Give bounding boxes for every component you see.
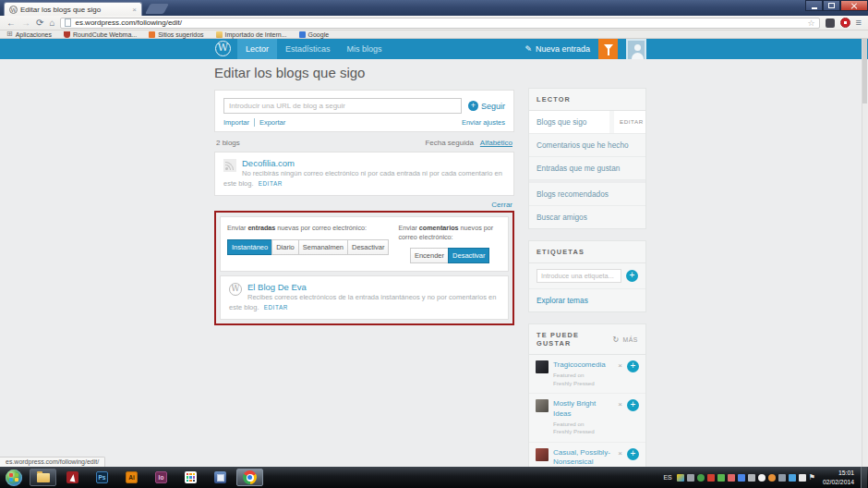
nav-estadisticas[interactable]: Estadísticas bbox=[277, 39, 339, 59]
sidebar-item-blogs-recomendados[interactable]: Blogs recomendados bbox=[529, 180, 645, 206]
taskbar-acrobat-button[interactable] bbox=[59, 469, 86, 486]
blog-edit-link[interactable]: EDITAR bbox=[259, 180, 283, 187]
tag-input[interactable] bbox=[536, 269, 621, 283]
back-button[interactable]: ← bbox=[6, 18, 16, 28]
bookmark-roundcube[interactable]: RoundCube Webma... bbox=[64, 31, 137, 38]
option-semanalmente-button[interactable]: Semanalmen bbox=[298, 239, 348, 255]
taskbar-photoshop-button[interactable]: Ps bbox=[89, 469, 115, 486]
tray-icon[interactable] bbox=[758, 474, 766, 482]
home-button[interactable]: ⌂ bbox=[49, 18, 54, 28]
tray-icon[interactable] bbox=[738, 474, 745, 482]
taskbar-chrome-button[interactable] bbox=[236, 469, 263, 486]
bookmark-apps[interactable]: ⊞ Aplicaciones bbox=[6, 30, 52, 38]
tray-icon[interactable] bbox=[707, 474, 715, 482]
refresh-icon[interactable]: ↻ bbox=[613, 336, 621, 344]
option-encender-button[interactable]: Encender bbox=[410, 248, 449, 263]
window-close-button[interactable] bbox=[840, 0, 868, 11]
avatar[interactable] bbox=[626, 39, 646, 59]
tray-icon[interactable] bbox=[728, 474, 735, 482]
bookmark-sitios[interactable]: Sitios sugeridos bbox=[149, 31, 203, 38]
suggestion-item: Tragicocomedia Featured on Freshly Press… bbox=[529, 355, 645, 394]
notifications-button[interactable] bbox=[598, 39, 618, 59]
blog-link[interactable]: Decofilia.com bbox=[223, 158, 505, 168]
forward-button[interactable]: → bbox=[21, 18, 30, 28]
blog-thumbnail bbox=[536, 360, 549, 373]
follow-button-label: Seguir bbox=[481, 102, 505, 111]
sidebar-item-blogs-que-sigo[interactable]: Blogs que sigo EDITAR bbox=[529, 111, 645, 134]
tray-icon[interactable] bbox=[789, 474, 796, 482]
sidebar-editar-button[interactable]: EDITAR bbox=[614, 111, 645, 133]
tray-icon[interactable] bbox=[778, 474, 786, 482]
send-settings-link[interactable]: Enviar ajustes bbox=[462, 118, 505, 127]
close-settings-link[interactable]: Cerrar bbox=[491, 201, 512, 209]
taskbar-gallery-button[interactable] bbox=[177, 469, 204, 486]
follow-suggestion-button[interactable]: + bbox=[627, 448, 639, 460]
dismiss-icon[interactable]: × bbox=[618, 361, 622, 370]
taskbar-explorer-button[interactable] bbox=[30, 469, 56, 486]
wordpress-logo-icon[interactable]: W bbox=[215, 41, 231, 56]
follow-button[interactable]: + Seguir bbox=[468, 101, 505, 111]
address-bar[interactable]: es.wordpress.com/following/edit/ ☆ bbox=[60, 18, 819, 29]
tray-icon[interactable] bbox=[799, 474, 806, 482]
start-button[interactable] bbox=[6, 470, 22, 486]
folder-icon bbox=[216, 31, 223, 38]
browser-tab[interactable]: W Editar los blogs que sigo × bbox=[4, 2, 142, 16]
window-maximize-button[interactable] bbox=[823, 0, 840, 11]
language-indicator[interactable]: ES bbox=[663, 474, 671, 481]
action-center-flag-icon[interactable]: ⚑ bbox=[809, 474, 815, 482]
blog-row-el-blog-de-eva: W El Blog De Eva Recibes correos electró… bbox=[220, 275, 509, 320]
browser-titlebar: W Editar los blogs que sigo × bbox=[0, 0, 868, 16]
bookmark-star-icon[interactable]: ☆ bbox=[808, 18, 815, 28]
option-diario-button[interactable]: Diario bbox=[271, 239, 299, 255]
dismiss-icon[interactable]: × bbox=[618, 400, 622, 409]
taskbar-clock[interactable]: 15:01 02/02/2014 bbox=[823, 469, 854, 485]
add-tag-button[interactable]: + bbox=[626, 270, 638, 282]
option-desactivar-posts-button[interactable]: Desactivar bbox=[347, 239, 389, 255]
import-link[interactable]: Importar bbox=[223, 118, 249, 127]
chrome-menu-icon[interactable]: ≡ bbox=[856, 18, 862, 28]
tray-icon[interactable] bbox=[748, 474, 755, 482]
new-post-button[interactable]: ✎ Nueva entrada bbox=[524, 44, 590, 54]
apps-grid-icon: ⊞ bbox=[6, 30, 13, 38]
follow-suggestion-button[interactable]: + bbox=[627, 399, 639, 411]
new-tab-button[interactable] bbox=[145, 4, 169, 14]
option-instantaneo-button[interactable]: Instantáneo bbox=[227, 239, 272, 255]
sidebar-item-comentarios[interactable]: Comentarios que he hecho bbox=[529, 134, 645, 157]
window-minimize-button[interactable] bbox=[805, 0, 823, 11]
tray-icon[interactable] bbox=[717, 474, 725, 482]
tray-icon[interactable] bbox=[768, 474, 776, 482]
tab-close-icon[interactable]: × bbox=[132, 6, 137, 14]
dismiss-icon[interactable]: × bbox=[618, 449, 622, 458]
bookmark-google[interactable]: Google bbox=[299, 31, 330, 38]
sidebar-item-buscar-amigos[interactable]: Buscar amigos bbox=[529, 206, 645, 228]
sort-alphabetical-link[interactable]: Alfabético bbox=[480, 139, 512, 147]
sidebar-item-entradas-gustan[interactable]: Entradas que me gustan bbox=[529, 157, 645, 180]
option-desactivar-comments-button[interactable]: Desactivar bbox=[448, 248, 489, 263]
taskbar-illustrator-button[interactable]: Ai bbox=[118, 469, 145, 486]
taskbar-indesign-button[interactable]: Io bbox=[148, 469, 175, 486]
blog-count-row: 2 blogs Fecha seguidaAlfabético bbox=[214, 132, 514, 152]
taskbar-moviemaker-button[interactable] bbox=[207, 469, 234, 486]
page-scrollbar[interactable] bbox=[862, 39, 867, 467]
follow-suggestion-button[interactable]: + bbox=[627, 360, 639, 372]
more-link[interactable]: MÁS bbox=[622, 336, 638, 343]
tray-icon[interactable] bbox=[687, 474, 694, 482]
explore-topics-link[interactable]: Explorar temas bbox=[529, 289, 645, 311]
export-link[interactable]: Exportar bbox=[254, 118, 285, 127]
bookmark-importado[interactable]: Importado de Intern... bbox=[216, 31, 287, 38]
notification-icon bbox=[604, 44, 613, 50]
suggestion-blog-link[interactable]: Tragicocomedia bbox=[553, 360, 613, 370]
nav-mis-blogs[interactable]: Mis blogs bbox=[339, 39, 391, 59]
reload-button[interactable]: ⟳ bbox=[36, 18, 43, 28]
acrobat-icon bbox=[66, 471, 78, 483]
blog-edit-link[interactable]: EDITAR bbox=[264, 304, 288, 311]
tray-icon[interactable] bbox=[697, 474, 705, 482]
nav-lector[interactable]: Lector bbox=[237, 39, 277, 59]
suggestion-blog-link[interactable]: Mostly Bright Ideas bbox=[553, 399, 613, 419]
show-desktop-button[interactable] bbox=[861, 467, 867, 488]
follow-url-input[interactable] bbox=[223, 98, 462, 114]
blog-link[interactable]: El Blog De Eva bbox=[229, 282, 500, 292]
tray-icon[interactable] bbox=[677, 474, 684, 482]
extension-icon[interactable] bbox=[826, 18, 835, 28]
extension-icon[interactable] bbox=[840, 18, 850, 28]
